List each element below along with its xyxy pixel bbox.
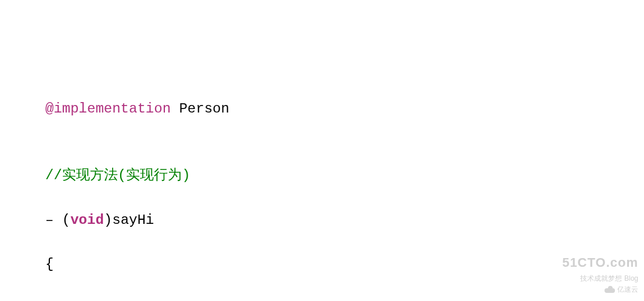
code-block: @implementation Person //实现方法(实现行为) – (v…	[45, 98, 599, 301]
code-line-3-comment: //实现方法(实现行为)	[45, 165, 599, 187]
code-line-1: @implementation Person	[45, 98, 599, 120]
code-line-4: – (void)sayHi	[45, 209, 599, 231]
watermark: 51CTO.com 技术成就梦想 Blog 亿速云	[562, 252, 638, 295]
watermark-sub-row-2: 亿速云	[562, 284, 638, 295]
watermark-brand: 亿速云	[617, 284, 638, 295]
class-name: Person	[171, 101, 229, 117]
code-line-5-brace: {	[45, 253, 599, 275]
watermark-main: 51CTO.com	[562, 252, 638, 273]
method-prefix: – (	[45, 212, 70, 228]
code-line-6: NSLog(@"你好,我叫%@，今年%d岁，喜欢%@",_name,_age,_…	[45, 298, 599, 301]
return-type: void	[70, 212, 104, 228]
method-name: )sayHi	[104, 212, 154, 228]
watermark-blog: Blog	[624, 273, 638, 284]
cloud-icon	[605, 286, 615, 293]
directive-keyword: @implementation	[45, 101, 171, 117]
watermark-tagline: 技术成就梦想	[580, 273, 622, 284]
watermark-sub-row-1: 技术成就梦想 Blog	[562, 273, 638, 284]
